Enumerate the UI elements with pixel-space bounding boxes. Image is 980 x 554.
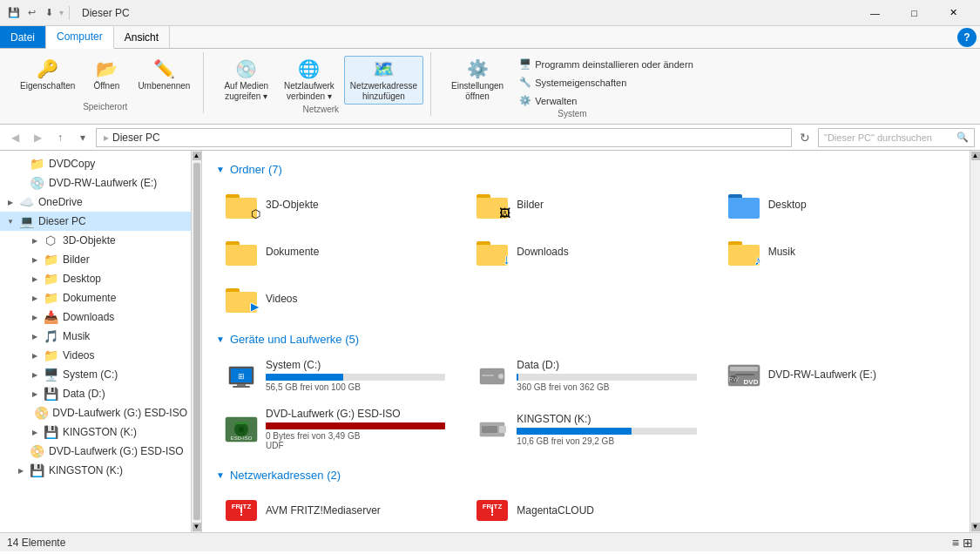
downloads-icon: 📥 bbox=[42, 310, 59, 324]
expand-icon: ▶ bbox=[28, 348, 42, 362]
drive-item-data-d[interactable]: Data (D:) 360 GB frei von 362 GB bbox=[467, 355, 704, 396]
netzlaufwerk-button[interactable]: 🌐 Netzlaufwerkverbinden ▾ bbox=[278, 56, 341, 105]
oeffnen-button[interactable]: 📂 Öffnen bbox=[84, 56, 128, 93]
addressbar: ◀ ▶ ↑ ▾ ▸ Dieser PC ↻ "Dieser PC" durchs… bbox=[0, 125, 980, 151]
back-button[interactable]: ◀ bbox=[5, 128, 24, 147]
sidebar-item-system-c[interactable]: ▶ 🖥️ System (C:) bbox=[0, 365, 191, 384]
content-scroll-down[interactable]: ▼ bbox=[971, 523, 980, 531]
sidebar-item-3d[interactable]: ▶ ⬡ 3D-Objekte bbox=[0, 231, 191, 250]
drive-item-dvd-g[interactable]: ESD-ISO DVD-Laufwerk (G:) ESD-ISO 0 Byte… bbox=[216, 403, 453, 455]
view-grid-icon[interactable]: ⊞ bbox=[963, 536, 973, 550]
onedrive-label: OneDrive bbox=[38, 196, 83, 208]
sidebar-scrollbar[interactable]: ▲ ▼ bbox=[192, 151, 202, 532]
expand-icon: ▶ bbox=[28, 387, 42, 401]
sidebar-item-data-d[interactable]: ▶ 💾 Data (D:) bbox=[0, 384, 191, 403]
sidebar-item-bilder[interactable]: ▶ 📁 Bilder bbox=[0, 250, 191, 269]
recent-button[interactable]: ▾ bbox=[73, 128, 92, 147]
einstellungen-button[interactable]: ⚙️ Einstellungenöffnen bbox=[445, 56, 510, 105]
scroll-down[interactable]: ▼ bbox=[193, 523, 201, 531]
maximize-button[interactable]: □ bbox=[895, 0, 934, 26]
systemeigenschaften-button[interactable]: 🔧 Systemeigenschaften bbox=[513, 74, 700, 91]
sidebar-item-kingston[interactable]: ▶ 💾 KINGSTON (K:) bbox=[0, 422, 191, 442]
sidebar-item-onedrive[interactable]: ▶ ☁️ OneDrive bbox=[0, 193, 191, 212]
kingston-label: KINGSTON (K:) bbox=[63, 426, 137, 438]
avm-name: AVM FRITZ!Mediaserver bbox=[266, 504, 381, 517]
netzwerkadresse-button[interactable]: 🗺️ Netzwerkadressehinzufügen bbox=[344, 56, 423, 105]
network-item-avm[interactable]: ! FRITZ AVM FRITZ!Mediaserver bbox=[216, 490, 453, 530]
network-item-magenta[interactable]: ! FRITZ MagentaCLOUD bbox=[467, 490, 704, 530]
folder-item-videos[interactable]: ▶ Videos bbox=[216, 279, 453, 319]
folders-section-header[interactable]: ▼ Ordner (7) bbox=[216, 163, 956, 176]
folder-item-bilder[interactable]: 🖼 Bilder bbox=[467, 185, 704, 225]
save-icon: 💾 bbox=[7, 6, 21, 20]
folder-item-dokumente[interactable]: Dokumente bbox=[216, 232, 453, 272]
eigenschaften-button[interactable]: 🔑 Eigenschaften bbox=[14, 56, 81, 93]
folder-item-musik[interactable]: ♪ Musik bbox=[719, 232, 956, 272]
tab-ansicht[interactable]: Ansicht bbox=[114, 26, 170, 48]
content-scroll-up[interactable]: ▲ bbox=[971, 152, 980, 160]
sidebar-item-dokumente[interactable]: ▶ 📁 Dokumente bbox=[0, 288, 191, 307]
dokumente-folder-icon bbox=[224, 236, 259, 267]
tab-datei[interactable]: Datei bbox=[0, 26, 46, 48]
sidebar-item-dvd-g2[interactable]: 📀 DVD-Laufwerk (G:) ESD-ISO bbox=[0, 442, 191, 461]
sidebar-item-dvd-g[interactable]: 📀 DVD-Laufwerk (G:) ESD-ISO bbox=[0, 403, 191, 422]
address-text: Dieser PC bbox=[112, 132, 160, 144]
separator bbox=[69, 6, 70, 20]
network-header-text: Netzwerkadressen (2) bbox=[230, 469, 341, 482]
drive-item-system-c[interactable]: ⊞ System (C:) 56,5 GB frei von 100 GB bbox=[216, 355, 453, 396]
expand-icon bbox=[14, 157, 28, 171]
sidebar-item-videos[interactable]: ▶ 📁 Videos bbox=[0, 346, 191, 365]
system-c-name: System (C:) bbox=[266, 359, 445, 371]
content-scrollbar[interactable]: ▲ ▼ bbox=[970, 151, 980, 532]
refresh-button[interactable]: ↻ bbox=[795, 128, 814, 147]
dropdown-arrow[interactable]: ▾ bbox=[59, 8, 64, 17]
scroll-thumb[interactable] bbox=[193, 163, 200, 520]
up-button[interactable]: ↑ bbox=[51, 128, 70, 147]
verwalten-button[interactable]: ⚙️ Verwalten bbox=[513, 92, 700, 109]
address-path[interactable]: ▸ Dieser PC bbox=[96, 128, 792, 147]
umbenennen-label: Umbenennen bbox=[138, 81, 190, 91]
folder-desktop-name: Desktop bbox=[768, 199, 807, 211]
sidebar-item-desktop[interactable]: ▶ 📁 Desktop bbox=[0, 269, 191, 288]
folders-header-text: Ordner (7) bbox=[230, 163, 282, 176]
sidebar-item-dieser-pc[interactable]: ▼ 💻 Dieser PC bbox=[0, 212, 191, 231]
sidebar-item-dvdcopy[interactable]: 📁 DVDCopy bbox=[0, 154, 191, 173]
sidebar-item-downloads[interactable]: ▶ 📥 Downloads bbox=[0, 307, 191, 327]
tab-computer[interactable]: Computer bbox=[46, 26, 114, 49]
sidebar-item-musik[interactable]: ▶ 🎵 Musik bbox=[0, 327, 191, 346]
speicherort-items: 🔑 Eigenschaften 📂 Öffnen ✏️ Umbenennen bbox=[14, 52, 196, 102]
sidebar-item-dvdrw[interactable]: 💿 DVD-RW-Laufwerk (E:) bbox=[0, 173, 191, 193]
drives-section-header[interactable]: ▼ Geräte und Laufwerke (5) bbox=[216, 333, 956, 346]
expand-icon: ▶ bbox=[28, 233, 42, 247]
data-d-bar-fill bbox=[517, 374, 518, 381]
programm-deinstallieren-button[interactable]: 🖥️ Programm deinstallieren oder ändern bbox=[513, 56, 700, 72]
folder-item-downloads[interactable]: ↓ Downloads bbox=[467, 232, 704, 272]
data-d-icon: 💾 bbox=[42, 387, 59, 401]
umbenennen-button[interactable]: ✏️ Umbenennen bbox=[132, 56, 196, 93]
view-list-icon[interactable]: ≡ bbox=[952, 536, 959, 550]
expand-icon: ▶ bbox=[28, 425, 42, 439]
folder-item-3d[interactable]: ⬡ 3D-Objekte bbox=[216, 185, 453, 225]
dvd-g-label: DVD-Laufwerk (G:) ESD-ISO bbox=[52, 407, 187, 419]
close-button[interactable]: ✕ bbox=[934, 0, 973, 26]
dvdrw-e-drive-icon: DVD RW bbox=[727, 360, 761, 391]
3d-label: 3D-Objekte bbox=[63, 234, 116, 247]
minimize-button[interactable]: — bbox=[855, 0, 895, 26]
netzwerk-items: 💿 Auf Medienzugreifen ▾ 🌐 Netzlaufwerkve… bbox=[218, 52, 423, 105]
search-box[interactable]: "Dieser PC" durchsuchen 🔍 bbox=[818, 128, 975, 147]
ribbon-group-system: ⚙️ Einstellungenöffnen 🖥️ Programm deins… bbox=[438, 52, 706, 120]
avm-icon: ! FRITZ bbox=[224, 495, 259, 526]
eigenschaften-label: Eigenschaften bbox=[20, 81, 75, 91]
search-icon: 🔍 bbox=[956, 132, 969, 143]
forward-button[interactable]: ▶ bbox=[28, 128, 47, 147]
auf-medien-button[interactable]: 💿 Auf Medienzugreifen ▾ bbox=[218, 56, 274, 105]
help-button[interactable]: ? bbox=[957, 28, 977, 47]
drive-item-dvdrw-e[interactable]: DVD RW DVD-RW-Laufwerk (E:) bbox=[719, 355, 956, 396]
folder-item-desktop[interactable]: Desktop bbox=[719, 185, 956, 225]
network-section-header[interactable]: ▼ Netzwerkadressen (2) bbox=[216, 469, 956, 482]
drive-item-kingston[interactable]: KINGSTON (K:) 10,6 GB frei von 29,2 GB bbox=[467, 403, 704, 455]
medien-icon: 💿 bbox=[235, 58, 257, 79]
scroll-up[interactable]: ▲ bbox=[193, 152, 201, 160]
sidebar-item-kingston2[interactable]: ▶ 💾 KINGSTON (K:) bbox=[0, 461, 191, 480]
desktop-icon: 📁 bbox=[42, 272, 59, 286]
